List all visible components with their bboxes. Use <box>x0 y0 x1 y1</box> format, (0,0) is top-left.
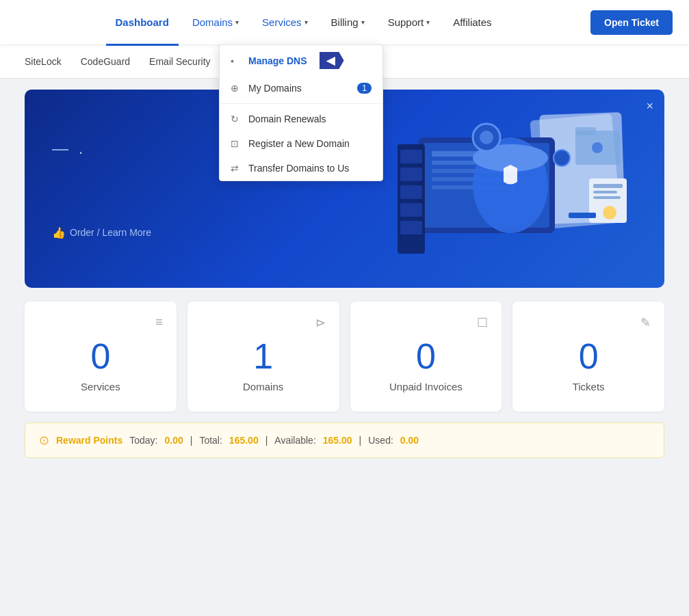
reward-today-value: 0.00 <box>165 435 183 446</box>
reward-separator-1: | <box>190 435 193 446</box>
banner-illustration <box>377 103 637 284</box>
invoices-card-icon: ☐ <box>477 315 488 330</box>
order-learn-more-link[interactable]: 👍 Order / Learn More <box>52 226 151 239</box>
svg-point-26 <box>480 131 493 144</box>
banner-close-button[interactable]: × <box>646 99 653 113</box>
nav-links: Dashboard Domains ▾ Services ▾ Billing ▾… <box>16 11 590 34</box>
domains-dropdown: ▪ Manage DNS ◀ ⊕ My Domains 1 ↻ Domain R… <box>219 44 383 181</box>
services-label: Services <box>38 381 163 392</box>
reward-separator-3: | <box>359 435 362 446</box>
svg-rect-13 <box>593 191 617 193</box>
dropdown-my-domains[interactable]: ⊕ My Domains 1 <box>220 76 382 101</box>
reward-available-label: Available: <box>274 435 315 446</box>
transfer-icon: ⇄ <box>231 163 242 174</box>
reward-total-value: 165.00 <box>229 435 259 446</box>
svg-rect-28 <box>569 213 596 218</box>
nav-domains[interactable]: Domains ▾ <box>183 11 248 34</box>
tickets-count: 0 <box>526 336 651 377</box>
svg-rect-20 <box>400 150 422 163</box>
services-card-icon: ≡ <box>155 315 163 330</box>
banner-text: — . 👍 Order / Learn More <box>52 139 151 239</box>
invoices-label: Unpaid Invoices <box>364 381 489 392</box>
svg-point-27 <box>554 150 570 166</box>
support-caret-icon: ▾ <box>426 18 430 26</box>
reward-today-label: Today: <box>129 435 157 446</box>
svg-rect-14 <box>593 196 621 199</box>
svg-rect-22 <box>400 185 422 199</box>
stat-card-services[interactable]: ≡ 0 Services <box>25 302 177 412</box>
domains-badge: 1 <box>357 83 372 94</box>
tickets-card-icon: ✎ <box>640 315 651 330</box>
dropdown-domain-renewals[interactable]: ↻ Domain Renewals <box>220 107 382 131</box>
svg-rect-23 <box>400 203 422 217</box>
domains-count: 1 <box>201 336 326 377</box>
stat-card-tickets[interactable]: ✎ 0 Tickets <box>512 302 664 412</box>
svg-rect-24 <box>400 221 422 235</box>
sub-nav-email-security[interactable]: Email Security <box>149 46 210 77</box>
sub-nav-sitelock[interactable]: SiteLock <box>25 46 62 77</box>
nav-support[interactable]: Support ▾ <box>378 11 440 34</box>
nav-services[interactable]: Services ▾ <box>252 11 317 34</box>
globe-icon: ⊕ <box>231 83 242 94</box>
reward-total-label: Total: <box>199 435 222 446</box>
services-count: 0 <box>38 336 163 377</box>
svg-point-15 <box>603 206 616 219</box>
reward-used-value: 0.00 <box>400 435 419 446</box>
stats-section: ≡ 0 Services ⊳ 1 Domains ☐ 0 Unpaid Invo… <box>25 302 664 412</box>
services-caret-icon: ▾ <box>304 18 308 26</box>
open-ticket-button[interactable]: Open Ticket <box>590 10 673 35</box>
stat-card-invoices[interactable]: ☐ 0 Unpaid Invoices <box>350 302 502 412</box>
banner-dots: — . <box>52 139 151 158</box>
dropdown-manage-dns[interactable]: ▪ Manage DNS ◀ <box>220 45 382 76</box>
domains-card-icon: ⊳ <box>315 315 326 330</box>
dns-arrow: ◀ <box>320 52 344 69</box>
dropdown-register-domain[interactable]: ⊡ Register a New Domain <box>220 131 382 156</box>
reward-separator-2: | <box>265 435 268 446</box>
reward-icon: ⊙ <box>39 433 49 448</box>
reward-used-label: Used: <box>368 435 393 446</box>
navbar: Dashboard Domains ▾ Services ▾ Billing ▾… <box>0 0 689 44</box>
dns-icon: ▪ <box>231 55 242 66</box>
svg-rect-21 <box>400 168 422 181</box>
domains-label: Domains <box>201 381 326 392</box>
reward-bar: ⊙ Reward Points Today: 0.00 | Total: 165… <box>25 423 664 458</box>
svg-rect-17 <box>575 127 596 135</box>
domains-caret-icon: ▾ <box>235 18 239 26</box>
reward-available-value: 165.00 <box>323 435 352 446</box>
sub-nav-codeguard[interactable]: CodeGuard <box>81 46 130 77</box>
dropdown-transfer-domains[interactable]: ⇄ Transfer Domains to Us <box>220 156 382 180</box>
billing-caret-icon: ▾ <box>361 18 365 26</box>
svg-point-18 <box>592 142 603 153</box>
tickets-label: Tickets <box>526 381 651 392</box>
tag-icon: ⊡ <box>231 138 242 149</box>
invoices-count: 0 <box>364 336 489 377</box>
nav-dashboard[interactable]: Dashboard <box>106 11 179 34</box>
stat-card-domains[interactable]: ⊳ 1 Domains <box>187 302 339 412</box>
reward-title: Reward Points <box>56 435 122 446</box>
refresh-icon: ↻ <box>231 113 242 124</box>
svg-rect-12 <box>593 184 623 188</box>
nav-affiliates[interactable]: Affiliates <box>443 11 501 34</box>
dropdown-divider <box>220 103 382 104</box>
nav-billing[interactable]: Billing ▾ <box>322 11 374 34</box>
